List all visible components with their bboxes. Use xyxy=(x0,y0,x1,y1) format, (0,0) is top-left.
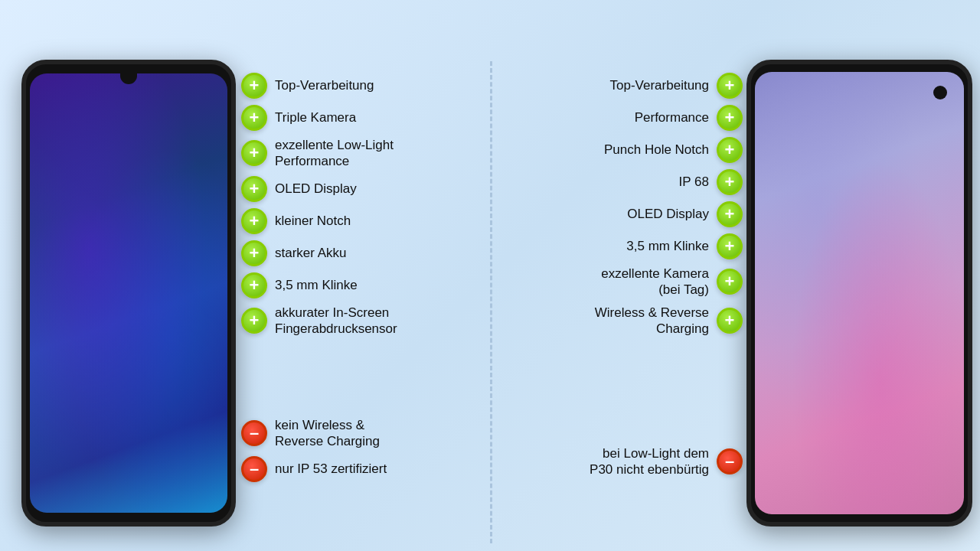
plus-icon: + xyxy=(717,169,743,195)
plus-icon: + xyxy=(717,137,743,163)
right-pro-item: Top-Verarbeitung + xyxy=(498,73,743,99)
plus-icon: + xyxy=(717,105,743,131)
item-label: akkurater In-ScreenFingerabdrucksensor xyxy=(275,305,397,337)
item-label: 3,5 mm Klinke xyxy=(275,277,358,293)
plus-icon: + xyxy=(717,308,743,334)
item-label: exzellente Low-LightPerformance xyxy=(275,137,394,170)
item-label: OLED Display xyxy=(627,206,709,222)
plus-icon: + xyxy=(241,140,267,166)
item-label: exzellente Kamera(bei Tag) xyxy=(601,266,709,298)
right-cons-list: bei Low-Light demP30 nicht ebenbürtig – xyxy=(498,445,743,484)
right-pro-item: Wireless & ReverseCharging + xyxy=(498,305,743,337)
right-pro-item: 3,5 mm Klinke + xyxy=(498,233,743,259)
item-label: Top-Verarbeitung xyxy=(610,77,709,93)
minus-icon: – xyxy=(717,448,743,474)
plus-icon: + xyxy=(241,240,267,266)
plus-icon: + xyxy=(241,176,267,202)
phone-right xyxy=(746,60,972,527)
right-pro-item: Performance + xyxy=(498,105,743,131)
plus-icon: + xyxy=(241,308,267,334)
right-pros-list: Top-Verarbeitung + Performance + Punch H… xyxy=(498,73,743,343)
right-pro-item: OLED Display + xyxy=(498,201,743,227)
item-label: kein Wireless &Reverse Charging xyxy=(275,417,380,450)
item-label: Triple Kamera xyxy=(275,109,356,126)
left-pro-item: + akkurater In-ScreenFingerabdrucksensor xyxy=(241,305,479,337)
divider xyxy=(490,61,492,543)
minus-icon: – xyxy=(241,420,267,446)
plus-icon: + xyxy=(717,269,743,295)
left-pro-item: + 3,5 mm Klinke xyxy=(241,272,479,298)
item-label: Top-Verarbeitung xyxy=(275,77,374,93)
left-pro-item: + Top-Verarbeitung xyxy=(241,73,479,99)
item-label: 3,5 mm Klinke xyxy=(626,238,709,254)
right-con-item: bei Low-Light demP30 nicht ebenbürtig – xyxy=(498,445,743,478)
item-label: Wireless & ReverseCharging xyxy=(595,305,709,337)
phone-left xyxy=(21,60,236,527)
left-pro-item: + exzellente Low-LightPerformance xyxy=(241,137,479,170)
item-label: kleiner Notch xyxy=(275,213,351,229)
item-label: OLED Display xyxy=(275,181,357,197)
plus-icon: + xyxy=(241,272,267,298)
plus-icon: + xyxy=(717,73,743,99)
item-label: bei Low-Light demP30 nicht ebenbürtig xyxy=(590,445,709,478)
punch-hole xyxy=(933,86,947,99)
left-pro-item: + kleiner Notch xyxy=(241,208,479,234)
item-label: nur IP 53 zertifiziert xyxy=(275,461,387,477)
left-con-item: – nur IP 53 zertifiziert xyxy=(241,456,479,482)
left-pros-list: + Top-Verarbeitung + Triple Kamera + exz… xyxy=(241,73,479,343)
item-label: Performance xyxy=(635,109,709,126)
left-pro-item: + OLED Display xyxy=(241,176,479,202)
plus-icon: + xyxy=(241,208,267,234)
plus-icon: + xyxy=(241,105,267,131)
plus-icon: + xyxy=(717,233,743,259)
plus-icon: + xyxy=(717,201,743,227)
left-con-item: – kein Wireless &Reverse Charging xyxy=(241,417,479,450)
notch-left xyxy=(120,73,137,84)
right-pro-item: Punch Hole Notch + xyxy=(498,137,743,163)
item-label: starker Akku xyxy=(275,245,347,261)
right-pro-item: IP 68 + xyxy=(498,169,743,195)
item-label: IP 68 xyxy=(679,174,709,190)
left-cons-list: – kein Wireless &Reverse Charging – nur … xyxy=(241,417,479,488)
minus-icon: – xyxy=(241,456,267,482)
left-pro-item: + Triple Kamera xyxy=(241,105,479,131)
item-label: Punch Hole Notch xyxy=(604,142,709,158)
left-pro-item: + starker Akku xyxy=(241,240,479,266)
plus-icon: + xyxy=(241,73,267,99)
right-pro-item: exzellente Kamera(bei Tag) + xyxy=(498,266,743,298)
